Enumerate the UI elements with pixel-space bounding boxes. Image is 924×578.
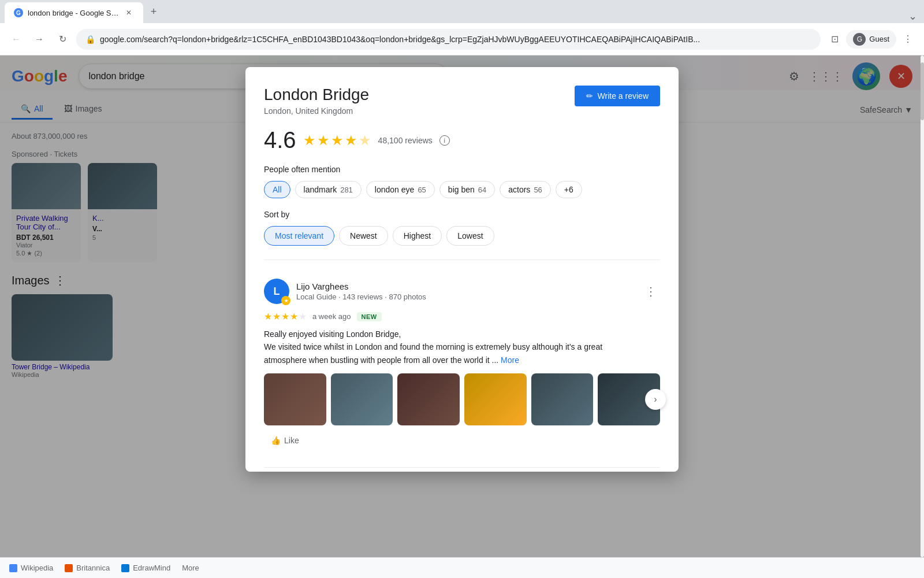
guest-label: Guest	[869, 35, 889, 43]
chip-london-eye[interactable]: london eye 65	[366, 181, 435, 198]
info-icon[interactable]: i	[439, 135, 450, 146]
chip-actors-label: actors	[508, 185, 530, 194]
sort-lowest[interactable]: Lowest	[446, 226, 494, 246]
review-line-1: Really enjoyed visiting London Bridge,	[264, 329, 401, 339]
active-tab[interactable]: G london bridge - Google Searc... ✕	[5, 2, 143, 23]
local-guide-badge: ★	[281, 296, 290, 305]
review-more-link[interactable]: More	[501, 355, 519, 365]
forward-button[interactable]: →	[30, 30, 49, 49]
review-photos: ›	[264, 373, 660, 425]
rating-summary: 4.6 ★ ★ ★ ★ ★ 48,100 reviews i	[264, 127, 660, 153]
review-photo-3[interactable]	[397, 373, 460, 425]
chip-actors[interactable]: actors 56	[500, 181, 551, 198]
chip-big-ben-label: big ben	[448, 185, 475, 194]
review-stars: ★ ★ ★ ★ ★	[264, 311, 307, 322]
chip-landmark-label: landmark	[304, 185, 337, 194]
review-item-1: L ★ Lijo Varghees Local Guide · 143 revi…	[264, 269, 660, 458]
reviews-count: 48,100 reviews	[378, 136, 433, 145]
chip-london-eye-label: london eye	[375, 185, 415, 194]
new-badge: NEW	[357, 312, 382, 321]
review-actions: 👍 Like	[264, 432, 660, 449]
chip-all[interactable]: All	[264, 181, 290, 198]
reviewer-row: L ★ Lijo Varghees Local Guide · 143 revi…	[264, 279, 660, 304]
sidebar-toggle[interactable]: ⊡	[825, 30, 844, 49]
bottom-bar: Wikipedia Britannica EdrawMind More	[0, 557, 924, 578]
reload-button[interactable]: ↻	[53, 30, 72, 49]
sort-row: Most relevant Newest Highest Lowest	[264, 226, 660, 246]
reviewer-initial: L	[274, 286, 280, 298]
write-review-button[interactable]: ✏ Write a review	[575, 86, 660, 106]
review-photo-2[interactable]	[331, 373, 393, 425]
sort-most-relevant[interactable]: Most relevant	[264, 226, 334, 246]
write-review-label: Write a review	[598, 91, 649, 101]
modal-scrollbar-thumb[interactable]	[921, 62, 924, 120]
tab-title: london bridge - Google Searc...	[28, 9, 119, 17]
britannica-source-label: Britannica	[76, 564, 110, 572]
tab-close-button[interactable]: ✕	[124, 8, 134, 18]
new-tab-button[interactable]: +	[146, 3, 162, 20]
bottom-source-edrawmind[interactable]: EdrawMind	[121, 564, 170, 572]
chip-landmark[interactable]: landmark 281	[295, 181, 362, 198]
overlay-background: London Bridge London, United Kingdom ✏ W…	[0, 55, 924, 557]
wikipedia-source-label: Wikipedia	[21, 564, 53, 572]
edrawmind-source-label: EdrawMind	[133, 564, 170, 572]
review-star-3: ★	[281, 311, 289, 322]
bottom-source-britannica[interactable]: Britannica	[65, 564, 110, 572]
reviewer-avatar: L ★	[264, 279, 289, 304]
divider-2	[264, 467, 660, 468]
review-rating-row: ★ ★ ★ ★ ★ a week ago NEW	[264, 311, 660, 322]
like-label: Like	[284, 436, 299, 445]
star-4: ★	[345, 132, 357, 149]
url-text: google.com/search?q=london+bridge&rlz=1C…	[100, 35, 811, 44]
modal-header: London Bridge London, United Kingdom ✏ W…	[264, 86, 660, 116]
guest-profile-button[interactable]: G Guest	[846, 30, 896, 49]
review-star-2: ★	[273, 311, 281, 322]
mention-chips: All landmark 281 london eye 65 big ben 6…	[264, 181, 660, 198]
chip-actors-count: 56	[534, 186, 542, 194]
url-bar[interactable]: 🔒 google.com/search?q=london+bridge&rlz=…	[76, 29, 821, 50]
bottom-more-label[interactable]: More	[182, 564, 199, 572]
chip-landmark-count: 281	[340, 186, 353, 194]
people-mention-label: People often mention	[264, 165, 660, 174]
rating-number: 4.6	[264, 127, 296, 153]
photos-next-button[interactable]: ›	[645, 389, 666, 410]
reviewer-info: Lijo Varghees Local Guide · 143 reviews …	[296, 281, 635, 301]
reviews-modal: London Bridge London, United Kingdom ✏ W…	[245, 67, 679, 472]
review-photo-4[interactable]	[464, 373, 527, 425]
review-photo-1[interactable]	[264, 373, 326, 425]
review-star-4: ★	[290, 311, 298, 322]
back-button[interactable]: ←	[7, 30, 25, 49]
chip-big-ben[interactable]: big ben 64	[439, 181, 495, 198]
chip-more[interactable]: +6	[556, 181, 582, 198]
chip-all-label: All	[273, 185, 282, 194]
modal-title: London Bridge	[264, 86, 369, 104]
review-photo-5[interactable]	[531, 373, 594, 425]
bottom-source-wikipedia[interactable]: Wikipedia	[9, 564, 53, 572]
review-date: a week ago	[312, 312, 351, 321]
sort-label: Sort by	[264, 210, 660, 219]
wikipedia-source-icon	[9, 564, 17, 572]
like-button[interactable]: 👍 Like	[264, 432, 306, 449]
modal-scrollbar-track[interactable]	[921, 55, 924, 557]
browser-window: G london bridge - Google Searc... ✕ + ⌄ …	[0, 0, 924, 578]
reviewer-meta: Local Guide · 143 reviews · 870 photos	[296, 292, 635, 301]
address-bar: ← → ↻ 🔒 google.com/search?q=london+bridg…	[0, 23, 924, 55]
chip-london-eye-count: 65	[418, 186, 426, 194]
star-3: ★	[331, 132, 344, 149]
reviewer-name: Lijo Varghees	[296, 281, 635, 291]
page-content: Google london bridge ✕ 🎤 🔍 🔍 ⚙ ⋮⋮⋮ 🌍 ✕	[0, 55, 924, 557]
browser-more-button[interactable]: ⋮	[899, 30, 917, 49]
tab-strip-expand[interactable]: ⌄	[906, 9, 919, 23]
tab-bar: G london bridge - Google Searc... ✕ + ⌄	[0, 0, 924, 23]
review-line-3: atmosphere when bustling with people fro…	[264, 355, 498, 365]
review-menu-button[interactable]: ⋮	[642, 282, 660, 301]
sort-newest[interactable]: Newest	[339, 226, 388, 246]
pencil-icon: ✏	[586, 91, 593, 101]
sort-highest[interactable]: Highest	[393, 226, 442, 246]
star-5: ★	[359, 132, 371, 149]
edrawmind-source-icon	[121, 564, 129, 572]
britannica-source-icon	[65, 564, 73, 572]
star-1: ★	[303, 132, 316, 149]
browser-actions: ⊡ G Guest ⋮	[825, 30, 917, 49]
modal-subtitle: London, United Kingdom	[264, 106, 369, 116]
